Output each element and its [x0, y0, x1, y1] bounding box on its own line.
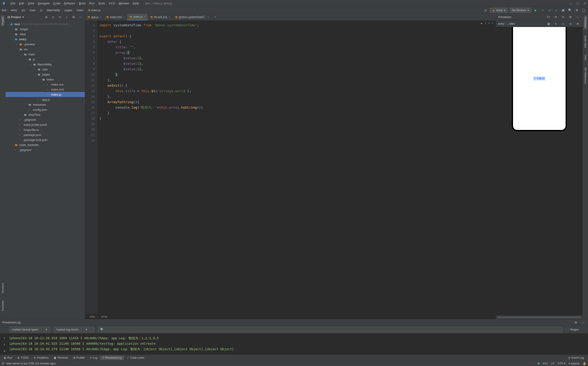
menu-tools[interactable]: Tools	[96, 1, 107, 6]
preview-button[interactable]: 打印数组	[533, 76, 545, 81]
close-icon[interactable]: ✕	[583, 2, 586, 5]
tree-node[interactable]: ▫.gitignore	[6, 117, 85, 122]
run-icon[interactable]: ▶	[533, 8, 538, 13]
tree-node[interactable]: ▫.gitignore	[6, 147, 85, 152]
menu-window[interactable]: Window	[117, 1, 131, 6]
tree-node[interactable]: ▫config.json	[6, 107, 85, 112]
gear-icon[interactable]: ⚙	[573, 320, 578, 325]
tree-node[interactable]: ›🖿resources	[6, 102, 85, 107]
right-tab-faq[interactable]: FAQ	[584, 54, 587, 61]
bottom-tab-codelinter[interactable]: ✓Code Linter	[125, 356, 147, 360]
left-tab-project[interactable]: Project	[1, 15, 5, 26]
collapse-icon[interactable]: ≒	[57, 15, 62, 20]
tree-node[interactable]: ⌄🖿main	[6, 52, 85, 57]
bottom-tab-log[interactable]: ≡Log	[88, 356, 100, 360]
tree-node[interactable]: ›🖿node_modules	[6, 142, 85, 147]
tree-node[interactable]: ›🖿.idea	[6, 31, 85, 37]
device-type-select[interactable]: <select device type>▾	[9, 327, 50, 332]
editor-tab[interactable]: ⬔index.hml×	[104, 14, 127, 20]
settings-icon[interactable]: ⚙	[574, 8, 579, 13]
tree-node[interactable]: ▫app.js	[6, 97, 85, 102]
menu-edit[interactable]: Edit	[17, 1, 26, 6]
tree-node[interactable]: ›🖿.hvigor	[6, 27, 85, 31]
bottom-tab-todo[interactable]: ≣TODO	[15, 356, 31, 360]
encoding[interactable]: UTF-8	[558, 362, 565, 365]
close-tab-icon[interactable]: ×	[100, 16, 101, 19]
bottom-tab-eventlog[interactable]: ◷Event Log	[566, 356, 586, 360]
menu-build[interactable]: Build	[77, 1, 87, 6]
bottom-tab-previewerlog[interactable]: ≡PreviewerLog	[100, 356, 124, 360]
menu-run[interactable]: Run	[87, 1, 96, 6]
tree-node[interactable]: ▫build-profile.json5	[6, 122, 85, 127]
text-icon[interactable]: Tᴛ	[546, 15, 551, 20]
lock-icon[interactable]: 🔒	[583, 362, 586, 365]
search-icon[interactable]: 🔍	[567, 8, 573, 13]
right-tab-previewer[interactable]: Previewer	[584, 15, 587, 30]
expand-icon[interactable]: ≑	[51, 15, 56, 20]
gear-icon[interactable]: ⚙	[568, 15, 573, 20]
crumb[interactable]: MainAbility	[47, 9, 60, 12]
menu-navigate[interactable]: Navigate	[36, 1, 51, 6]
menu-refactor[interactable]: Refactor	[62, 1, 77, 6]
editor-tab[interactable]: ⬔lib.es5.d.ts×	[148, 14, 173, 20]
reload-icon[interactable]: ↻	[561, 15, 566, 20]
tree-node[interactable]: ▫index.css	[6, 82, 85, 87]
zoom-in-icon[interactable]: ⊕	[575, 21, 580, 26]
tab-dropdown-icon[interactable]: ⌄	[213, 14, 218, 19]
tree-node[interactable]: ›🖿ohosTest	[6, 112, 85, 117]
tree-node[interactable]: ▫package.json	[6, 132, 85, 137]
menu-code[interactable]: Code	[51, 1, 62, 6]
bottom-tab-profiler[interactable]: ◔Profiler	[71, 356, 87, 360]
crop-icon[interactable]: ◻	[561, 21, 566, 26]
crumb[interactable]: js	[40, 9, 42, 12]
menu-help[interactable]: Help	[131, 1, 141, 6]
menu-vcs[interactable]: VCS	[107, 1, 117, 6]
hide-icon[interactable]: —	[575, 15, 580, 20]
code-editor[interactable]: import systemDateTime from '@ohos.system…	[98, 21, 496, 314]
right-tab-api[interactable]: API Reference	[584, 66, 587, 85]
locate-icon[interactable]: ⊕	[44, 15, 49, 20]
cursor-position[interactable]: 10:1	[543, 362, 548, 365]
tree-node[interactable]: ⌄🖿index	[6, 77, 85, 82]
menu-view[interactable]: View	[26, 1, 36, 6]
minimize-icon[interactable]: —	[569, 2, 572, 5]
log-wrap-icon[interactable]: ↲	[2, 348, 7, 353]
gear-icon[interactable]: ⚙	[71, 15, 76, 20]
tree-node[interactable]: ▫package-lock.json	[6, 137, 85, 142]
status-icon[interactable]: ☰	[2, 362, 4, 365]
tree-node[interactable]: ▫index.hml	[6, 87, 85, 92]
tree-node[interactable]: ⌄🖿pages	[6, 72, 85, 77]
preview-device[interactable]: 打印数组	[513, 27, 566, 130]
refresh-icon[interactable]: ⟳	[553, 15, 558, 20]
crumb[interactable]: src	[22, 9, 25, 12]
left-tab-structure[interactable]: Structure	[1, 282, 5, 295]
coverage-icon[interactable]: ⎇	[547, 8, 552, 13]
crumb[interactable]: pages	[65, 9, 72, 12]
hide-icon[interactable]: —	[581, 320, 586, 325]
tree-node[interactable]: ▫hvigorfile.ts	[6, 127, 85, 132]
zoom-out-icon[interactable]: ⊖	[568, 21, 573, 26]
crumb[interactable]: index.js	[91, 9, 101, 12]
editor-tab[interactable]: ⬔index.js×	[127, 14, 148, 20]
tree-node[interactable]: ▫index.js	[6, 92, 85, 97]
crumb[interactable]: index	[77, 9, 83, 12]
crumb[interactable]: entry	[11, 9, 17, 12]
close-tab-icon[interactable]: ×	[123, 16, 125, 19]
close-tab-icon[interactable]: ×	[208, 16, 209, 19]
prev-highlight-icon[interactable]: ʌ	[488, 22, 490, 25]
grid-icon[interactable]: ▦	[546, 21, 551, 26]
close-tab-icon[interactable]: ×	[144, 15, 145, 18]
left-tab-favorites[interactable]: Favorites	[1, 299, 5, 312]
user-icon[interactable]: ◯	[581, 8, 586, 13]
menu-file[interactable]: File	[9, 1, 17, 6]
warning-icon[interactable]: ▲	[480, 22, 483, 25]
maximize-icon[interactable]: ▢	[576, 2, 579, 5]
run-config-dropdown[interactable]: ▲entry▾	[490, 8, 508, 13]
close-tab-icon[interactable]: ×	[169, 16, 170, 19]
log-up-icon[interactable]: ↑	[2, 335, 7, 340]
preview-scrollbar[interactable]	[498, 317, 581, 318]
editor-tab[interactable]: ⬔app.js×	[85, 14, 104, 20]
right-tab-quickstart[interactable]: Quick Start	[584, 34, 587, 49]
stop-icon[interactable]: ■	[554, 8, 559, 13]
device-dropdown[interactable]: No Devices▾	[510, 8, 531, 13]
